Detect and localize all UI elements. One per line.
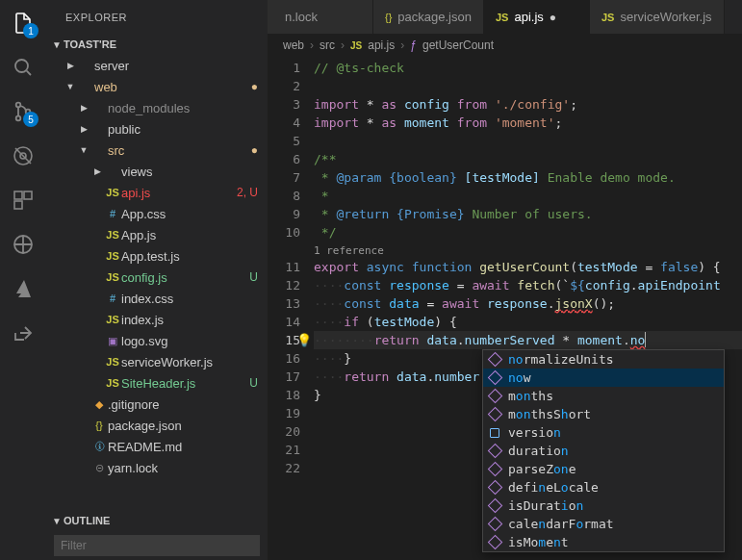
suggest-label: isMoment (508, 533, 569, 551)
tree-row[interactable]: {}package.json (46, 415, 268, 436)
tree-row[interactable]: ⊝yarn.lock (46, 457, 268, 478)
line-number: 18 (268, 386, 300, 404)
suggest-item[interactable]: calendarFormat (483, 515, 724, 533)
tree-row[interactable]: #App.css (46, 203, 268, 224)
tree-row[interactable]: JSSiteHeader.jsU (46, 372, 268, 394)
file-icon: JS (496, 12, 508, 23)
tree-row[interactable]: ▶views (46, 161, 268, 182)
file-icon: JS (104, 229, 121, 241)
method-icon (487, 389, 502, 404)
source-control-icon[interactable]: 5 (10, 98, 37, 125)
file-icon: JS (104, 314, 121, 325)
suggest-item[interactable]: parseZone (483, 460, 724, 478)
suggest-label: monthsShort (508, 405, 591, 423)
tree-row[interactable]: ▶server (46, 55, 268, 76)
git-decoration: U (249, 270, 258, 284)
tree-label: serviceWorker.js (121, 355, 258, 369)
suggest-label: now (508, 369, 530, 387)
file-icon: {} (385, 12, 392, 23)
tree-label: package.json (108, 419, 258, 433)
tree-row[interactable]: 🛈README.md (46, 436, 268, 457)
tree-label: node_modules (108, 101, 258, 115)
activity-bar: 1 5 (0, 0, 46, 560)
tree-row[interactable]: #index.css (46, 288, 268, 309)
tree-label: App.js (121, 228, 258, 242)
file-icon: ▣ (104, 335, 121, 347)
lightbulb-icon[interactable]: 💡 (296, 331, 312, 349)
tree-row[interactable]: JSconfig.jsU (46, 267, 268, 288)
line-number: 3 (268, 95, 300, 114)
tree-row[interactable]: ▼web● (46, 76, 268, 97)
suggest-item[interactable]: months (483, 387, 724, 405)
svg-rect-8 (14, 201, 22, 209)
tree-row[interactable]: JSApp.js (46, 224, 268, 245)
tree-row[interactable]: JSApp.test.js (46, 245, 268, 267)
chevron-right-icon: › (310, 38, 314, 52)
tree-row[interactable]: ▼src● (46, 140, 268, 161)
editor-tab[interactable]: JSserviceWorker.js (590, 0, 725, 34)
suggest-item[interactable]: isDuration (483, 496, 724, 515)
suggest-item[interactable]: version (483, 423, 724, 442)
code-content[interactable]: // @ts-checkimport * as config from './c… (314, 57, 742, 560)
code-line: * @param {boolean} [testMode] Enable dem… (314, 168, 742, 187)
tree-row[interactable]: JSserviceWorker.js (46, 351, 268, 372)
editor-tab[interactable]: n.lock (268, 0, 373, 34)
editor-body[interactable]: 12345678910111213141516171819202122 // @… (268, 57, 742, 560)
line-number: 14 (268, 313, 300, 331)
tab-label: package.json (397, 10, 472, 24)
extensions-icon[interactable] (10, 187, 37, 214)
line-number: 13 (268, 294, 300, 313)
git-decoration: 2, U (237, 186, 258, 199)
tree-row[interactable]: ◆.gitignore (46, 394, 268, 415)
section-header-project[interactable]: ▼ TOAST'RE (46, 34, 268, 55)
chevron-right-icon: › (400, 38, 404, 52)
sidebar: EXPLORER ▼ TOAST'RE ▶server▼web●▶node_mo… (46, 0, 268, 560)
line-number: 17 (268, 368, 300, 386)
tab-label: api.js (514, 10, 543, 24)
tree-row[interactable]: ▶public (46, 118, 268, 140)
suggest-item[interactable]: duration (483, 442, 724, 460)
tree-row[interactable]: ▶node_modules (46, 97, 268, 118)
twist-icon: ▼ (77, 145, 90, 155)
search-icon[interactable] (10, 54, 37, 81)
explorer-icon[interactable]: 1 (10, 10, 37, 37)
debug-icon[interactable] (10, 142, 37, 169)
line-number: 7 (268, 168, 300, 187)
line-number: 9 (268, 205, 300, 223)
codelens[interactable]: 1 reference (314, 242, 742, 258)
remote-icon[interactable] (10, 231, 37, 258)
line-number: 8 (268, 187, 300, 205)
live-share-icon[interactable] (10, 319, 37, 346)
outline-label: OUTLINE (64, 515, 110, 526)
line-number: 16 (268, 349, 300, 368)
file-icon: JS (104, 356, 121, 368)
tree-label: index.css (121, 292, 258, 306)
function-icon: ƒ (410, 38, 417, 52)
twist-icon: ▶ (90, 166, 104, 176)
editor-tab[interactable]: {}package.json (373, 0, 484, 34)
tree-row[interactable]: ▣logo.svg (46, 330, 268, 351)
suggest-item[interactable]: normalizeUnits (483, 350, 724, 369)
tab-bar: n.lock{}package.jsonJSapi.js●JSserviceWo… (268, 0, 742, 34)
tree-row[interactable]: JSindex.js (46, 309, 268, 330)
azure-icon[interactable] (10, 275, 37, 302)
tree-label: README.md (108, 440, 258, 454)
suggest-item[interactable]: monthsShort (483, 405, 724, 423)
method-icon (487, 352, 502, 368)
breadcrumb[interactable]: web › src › JS api.js › ƒ getUserCount (268, 34, 742, 57)
editor-tab[interactable]: JSapi.js● (484, 0, 590, 34)
outline-filter-input[interactable] (54, 535, 260, 556)
suggest-label: calendarFormat (508, 515, 614, 533)
suggest-item[interactable]: isMoment (483, 533, 724, 551)
tree-label: src (108, 143, 251, 158)
js-icon: JS (350, 40, 362, 51)
suggest-item[interactable]: now (483, 369, 724, 387)
explorer-badge: 1 (23, 23, 38, 38)
tree-row[interactable]: JSapi.js2, U (46, 182, 268, 203)
line-number: 11 (268, 258, 300, 276)
sidebar-title: EXPLORER (46, 0, 268, 34)
chevron-right-icon: › (341, 38, 345, 52)
method-icon (487, 480, 502, 496)
suggest-item[interactable]: defineLocale (483, 478, 724, 496)
section-header-outline[interactable]: ▼ OUTLINE (46, 510, 268, 531)
